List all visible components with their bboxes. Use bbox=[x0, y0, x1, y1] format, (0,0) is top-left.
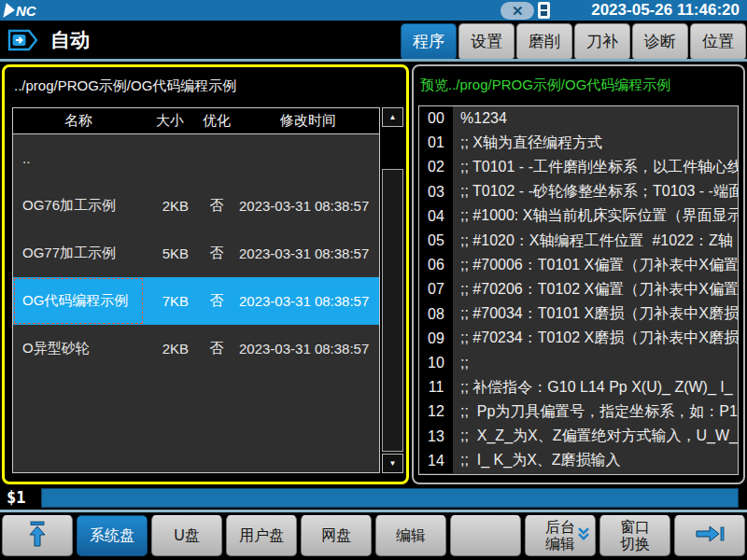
channel-label: $1 bbox=[7, 488, 25, 507]
file-row[interactable]: OG代码编程示例7KB否2023-03-31 08:38:57 bbox=[13, 277, 379, 325]
file-cell-optimized: 否 bbox=[196, 340, 237, 357]
file-cell-modified: 2023-03-31 08:38:57 bbox=[237, 198, 379, 214]
code-line: 08;; #70034：T0101 X磨损（刀补表中X磨损 bbox=[419, 302, 738, 327]
softkey-8[interactable]: 窗口 切换 bbox=[599, 515, 670, 556]
line-text: ;; #70234：T0102 X磨损（刀补表中X磨损 bbox=[453, 329, 738, 348]
code-line: 01;; X轴为直径编程方式 bbox=[419, 131, 738, 155]
tab-5[interactable]: 位置 bbox=[690, 23, 746, 59]
file-row[interactable]: OG76加工示例2KB否2023-03-31 08:38:57 bbox=[13, 182, 379, 230]
file-cell-name: .. bbox=[13, 134, 144, 182]
file-row[interactable]: OG77加工示例5KB否2023-03-31 08:38:57 bbox=[13, 230, 379, 277]
preview-title: 预览../prog/PROG示例/OG代码编程示例 bbox=[414, 66, 743, 94]
line-text: ;; 补偿指令：G10 L14 Pp X(U)_ Z(W)_ I_ bbox=[453, 378, 738, 398]
line-text: %1234 bbox=[453, 110, 738, 127]
file-cell-size: 2KB bbox=[144, 198, 196, 214]
line-number: 11 bbox=[419, 375, 453, 399]
line-number: 08 bbox=[419, 302, 453, 327]
line-number: 00 bbox=[419, 106, 453, 131]
file-table-body: ..OG76加工示例2KB否2023-03-31 08:38:57OG77加工示… bbox=[13, 134, 379, 372]
line-text: ;; #1000: X轴当前机床实际位置（界面显示 bbox=[453, 206, 738, 226]
softkey-3[interactable]: 用户盘 bbox=[226, 515, 297, 556]
mode-indicator: 自动 bbox=[7, 27, 90, 53]
line-number: 14 bbox=[419, 449, 453, 473]
code-line: 06;; #70006：T0101 X偏置（刀补表中X偏置 bbox=[419, 253, 738, 277]
softkey-5[interactable]: 编辑 bbox=[375, 515, 446, 556]
code-line: 05;; #1020：X轴编程工件位置 #1022：Z轴 bbox=[419, 229, 738, 253]
tab-0[interactable]: 程序 bbox=[401, 23, 457, 59]
softkey-2[interactable]: U盘 bbox=[151, 515, 222, 556]
code-line: 11;; 补偿指令：G10 L14 Pp X(U)_ Z(W)_ I_ bbox=[419, 375, 738, 399]
return-top-icon bbox=[25, 520, 49, 552]
status-bar: $1 bbox=[0, 486, 747, 510]
logo-text: NC bbox=[16, 3, 36, 19]
softkey-9-arrow-right-end-icon[interactable] bbox=[674, 515, 745, 556]
code-line: 09;; #70234：T0102 X磨损（刀补表中X磨损 bbox=[419, 327, 738, 351]
navbar: 自动 程序设置磨削刀补诊断位置 bbox=[0, 21, 747, 59]
scroll-up-icon[interactable]: ▲ bbox=[382, 107, 403, 127]
line-text: ;; #70206：T0102 X偏置（刀补表中X偏置 bbox=[453, 280, 738, 300]
softkey-7[interactable]: 后台 编辑 bbox=[525, 515, 596, 556]
softkey-4[interactable]: 网盘 bbox=[301, 515, 372, 556]
code-line: 00%1234 bbox=[419, 106, 738, 131]
code-line: 10;; bbox=[419, 351, 738, 375]
mode-label: 自动 bbox=[50, 27, 90, 53]
code-preview: 00%123401;; X轴为直径编程方式02;; T0101 - -工件磨削坐… bbox=[418, 105, 739, 475]
scrollbar-thumb[interactable] bbox=[382, 169, 403, 452]
softkey-6-empty[interactable] bbox=[450, 515, 521, 556]
line-number: 06 bbox=[419, 253, 453, 277]
file-cell-name: O异型砂轮 bbox=[13, 325, 144, 372]
titlebar: NC ✕ 2023-05-26 11:46:20 bbox=[0, 0, 747, 21]
softkey-label: 编辑 bbox=[396, 527, 426, 544]
close-icon[interactable]: ✕ bbox=[500, 2, 534, 20]
code-line: 03;; T0102 - -砂轮修整坐标系；T0103 - -端面 bbox=[419, 180, 738, 204]
arrow-right-end-icon bbox=[694, 524, 726, 548]
datetime: 2023-05-26 11:46:20 bbox=[591, 1, 741, 20]
softkey-label: 后台 编辑 bbox=[545, 519, 575, 552]
code-line: 02;; T0101 - -工件磨削坐标系，以工件轴心线 bbox=[419, 155, 738, 179]
tab-2[interactable]: 磨削 bbox=[516, 23, 572, 59]
file-row[interactable]: .. bbox=[13, 134, 379, 182]
softkey-label: 窗口 切换 bbox=[620, 519, 650, 552]
softkey-label: U盘 bbox=[174, 527, 200, 544]
file-cell-optimized: 否 bbox=[196, 197, 237, 215]
softkey-label: 用户盘 bbox=[239, 527, 284, 544]
message-box bbox=[41, 488, 739, 508]
line-number: 05 bbox=[419, 229, 453, 253]
line-number: 01 bbox=[419, 131, 453, 155]
file-cell-optimized: 否 bbox=[196, 245, 237, 262]
tab-1[interactable]: 设置 bbox=[458, 23, 514, 59]
file-browser-panel: ../prog/PROG示例/OG代码编程示例 名称大小优化修改时间 ..OG7… bbox=[2, 64, 409, 484]
file-table-scrollbar[interactable]: ▲ ▼ bbox=[382, 107, 403, 473]
file-cell-name: OG代码编程示例 bbox=[13, 277, 144, 325]
code-line: 07;; #70206：T0102 X偏置（刀补表中X偏置 bbox=[419, 277, 738, 301]
column-header-2: 优化 bbox=[196, 108, 237, 133]
line-text: ;; #70034：T0101 X磨损（刀补表中X磨损 bbox=[453, 304, 738, 324]
separator-line-bottom bbox=[0, 510, 747, 512]
scroll-down-icon[interactable]: ▼ bbox=[382, 454, 403, 473]
code-line: 14;; I_ K_为X、Z磨损输入 bbox=[419, 449, 738, 473]
preview-panel: 预览../prog/PROG示例/OG代码编程示例 00%123401;; X轴… bbox=[412, 64, 745, 484]
softkey-1[interactable]: 系统盘 bbox=[77, 515, 148, 556]
storage-icon bbox=[538, 2, 550, 19]
chevron-double-down-icon bbox=[577, 526, 590, 545]
tab-4[interactable]: 诊断 bbox=[632, 23, 688, 59]
line-text: ;; I_ K_为X、Z磨损输入 bbox=[453, 451, 738, 470]
file-row[interactable]: O异型砂轮2KB否2023-03-31 08:38:57 bbox=[13, 325, 379, 372]
file-cell-modified: 2023-03-31 08:38:57 bbox=[237, 293, 379, 309]
line-text: ;; #70006：T0101 X偏置（刀补表中X偏置 bbox=[453, 256, 738, 275]
line-text: ;; #1020：X轴编程工件位置 #1022：Z轴 bbox=[453, 231, 738, 251]
file-table: 名称大小优化修改时间 ..OG76加工示例2KB否2023-03-31 08:3… bbox=[12, 107, 380, 473]
tab-3[interactable]: 刀补 bbox=[574, 23, 630, 59]
column-header-3: 修改时间 bbox=[237, 108, 379, 133]
line-text: ;; Pp为刀具偏置号，指定坐标系，如：P1 bbox=[453, 402, 738, 422]
softkey-label: 系统盘 bbox=[90, 527, 134, 544]
column-header-0: 名称 bbox=[13, 108, 144, 133]
current-path: ../prog/PROG示例/OG代码编程示例 bbox=[5, 67, 406, 95]
line-text: ;; T0102 - -砂轮修整坐标系；T0103 - -端面 bbox=[453, 182, 738, 202]
line-number: 03 bbox=[419, 180, 453, 204]
softkey-0-return-top-icon[interactable] bbox=[2, 515, 73, 556]
file-cell-modified: 2023-03-31 08:38:57 bbox=[237, 341, 379, 357]
line-text: ;; bbox=[453, 355, 738, 371]
file-cell-size: 2KB bbox=[144, 341, 196, 357]
line-text: ;; X轴为直径编程方式 bbox=[453, 133, 738, 153]
